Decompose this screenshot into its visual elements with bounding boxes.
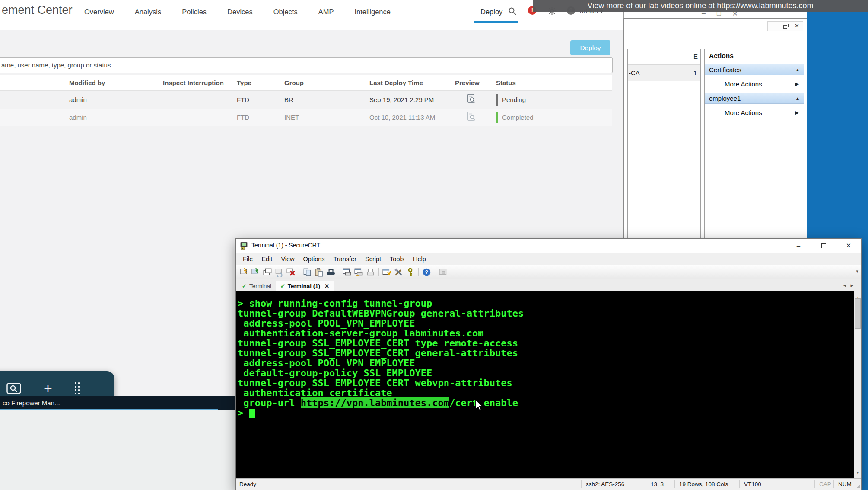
column-header-inspect-interruption[interactable]: Inspect Interruption bbox=[163, 79, 237, 86]
paste-icon[interactable] bbox=[313, 267, 325, 277]
terminal-statusbar: Readyssh2: AES-25613, 319 Rows, 108 Cols… bbox=[236, 478, 861, 490]
terminal-line: authentication certificate bbox=[238, 388, 852, 398]
terminal-titlebar[interactable]: Terminal (1) - SecureCRT – ✕ bbox=[236, 239, 861, 253]
menu-view[interactable]: View bbox=[277, 256, 299, 263]
more-actions-label: More Actions bbox=[725, 80, 762, 88]
menu-transfer[interactable]: Transfer bbox=[329, 256, 361, 263]
nav-analysis[interactable]: Analysis bbox=[135, 8, 161, 16]
nav-intelligence[interactable]: Intelligence bbox=[354, 8, 390, 16]
locked-icon[interactable] bbox=[437, 267, 449, 277]
deployment-table: Modified byInspect InterruptionTypeGroup… bbox=[0, 75, 612, 126]
column-header-status[interactable]: Status bbox=[496, 79, 612, 86]
nav-overview[interactable]: Overview bbox=[84, 8, 114, 16]
submenu-arrow-icon: ▶ bbox=[795, 110, 799, 115]
scrollbar-thumb[interactable] bbox=[855, 298, 861, 329]
more-actions-label: More Actions bbox=[725, 109, 762, 116]
reconnect-icon[interactable] bbox=[273, 267, 285, 277]
terminal-line: address-pool POOL_VPN_EMPLOYEE bbox=[238, 318, 852, 328]
terminal-screen[interactable]: ▲ ▼ > show running-config tunnel-grouptu… bbox=[236, 291, 861, 479]
toolbar-separator bbox=[418, 268, 419, 276]
resize-grip[interactable] bbox=[854, 479, 861, 490]
terminal-tabbar: ✔Terminal✔Terminal (1)✕◂▸ bbox=[236, 279, 861, 291]
cell-type: FTD bbox=[237, 114, 284, 121]
terminal-menubar: FileEditViewOptionsTransferScriptToolsHe… bbox=[236, 253, 861, 265]
deploy-button[interactable]: Deploy bbox=[570, 40, 610, 55]
terminal-line: default-group-policy SSL_EMPLOYEE bbox=[238, 368, 852, 378]
menu-edit[interactable]: Edit bbox=[257, 256, 277, 263]
status-color-bar bbox=[496, 112, 498, 123]
nav-objects[interactable]: Objects bbox=[273, 8, 298, 16]
mmc-minimize-button[interactable]: – bbox=[768, 22, 779, 31]
toolbar-separator bbox=[378, 268, 379, 276]
browser-tab-firepower[interactable]: co Firepower Man... bbox=[0, 396, 218, 410]
find-icon[interactable] bbox=[325, 267, 337, 277]
column-header-group[interactable]: Group bbox=[284, 79, 369, 86]
nav-policies[interactable]: Policies bbox=[182, 8, 207, 16]
terminal-cursor bbox=[249, 409, 255, 418]
highlighted-url: https://vpn.labminutes.com bbox=[301, 397, 449, 408]
terminal-line: group-url https://vpn.labminutes.com/cer… bbox=[238, 398, 852, 408]
fmc-page-title: ement Center bbox=[2, 3, 73, 17]
print-setup-icon[interactable] bbox=[353, 267, 365, 277]
certificate-row[interactable]: -CA 1 bbox=[628, 65, 700, 81]
search-icon[interactable] bbox=[508, 7, 517, 16]
actions-section-employee1[interactable]: employee1▲ bbox=[705, 93, 804, 104]
cell-last-deploy-time: Sep 19, 2021 2:29 PM bbox=[369, 96, 455, 103]
global-options-icon[interactable] bbox=[393, 267, 404, 277]
more-actions-item[interactable]: More Actions▶ bbox=[705, 78, 804, 90]
terminal-tab-terminal[interactable]: ✔Terminal bbox=[238, 281, 276, 291]
menu-help[interactable]: Help bbox=[409, 256, 430, 263]
quick-connect-icon[interactable] bbox=[238, 267, 250, 277]
keymap-icon[interactable] bbox=[404, 267, 416, 277]
column-header-preview[interactable]: Preview bbox=[455, 79, 496, 86]
preview-icon[interactable] bbox=[455, 112, 496, 123]
plus-icon[interactable]: + bbox=[44, 382, 52, 395]
grid-icon[interactable] bbox=[75, 382, 80, 394]
table-row[interactable]: adminFTDINETOct 10, 2021 11:13 AMComplet… bbox=[0, 109, 612, 126]
desktop-background: ement Center OverviewAnalysisPoliciesDev… bbox=[0, 0, 868, 490]
deploy-active-underline bbox=[474, 21, 518, 23]
actions-section-certificates[interactable]: Certificates▲ bbox=[705, 64, 804, 75]
menu-options[interactable]: Options bbox=[299, 256, 329, 263]
help-icon[interactable]: ? bbox=[421, 267, 432, 277]
tab-scroll-arrows[interactable]: ◂▸ bbox=[843, 282, 858, 288]
tab-close-icon[interactable]: ✕ bbox=[324, 283, 329, 289]
terminal-tab-terminal-1-[interactable]: ✔Terminal (1)✕ bbox=[276, 281, 334, 291]
menu-file[interactable]: File bbox=[238, 256, 257, 263]
terminal-scrollbar[interactable]: ▲ ▼ bbox=[854, 291, 861, 479]
status-cell-blank bbox=[773, 480, 814, 488]
maximize-button[interactable] bbox=[811, 239, 836, 253]
table-row[interactable]: adminFTDBRSep 19, 2021 2:29 PMPending bbox=[0, 91, 612, 109]
print-preview-icon[interactable] bbox=[341, 267, 353, 277]
print-icon[interactable] bbox=[365, 267, 376, 277]
mmc-close-button[interactable]: ✕ bbox=[791, 22, 803, 31]
certificate-list-header[interactable]: E bbox=[628, 49, 700, 65]
securecrt-app-icon bbox=[240, 242, 248, 250]
column-header-modified-by[interactable]: Modified by bbox=[69, 79, 163, 86]
more-actions-item[interactable]: More Actions▶ bbox=[705, 107, 804, 118]
minimize-button[interactable]: – bbox=[786, 239, 811, 253]
column-header-type[interactable]: Type bbox=[237, 79, 284, 86]
close-button[interactable]: ✕ bbox=[836, 239, 861, 253]
nav-amp[interactable]: AMP bbox=[318, 8, 334, 16]
terminal-window-controls: – ✕ bbox=[786, 239, 861, 253]
cell-group: INET bbox=[284, 114, 369, 121]
toolbar-separator bbox=[339, 268, 339, 276]
column-header-last-deploy-time[interactable]: Last Deploy Time bbox=[369, 79, 455, 86]
preview-icon[interactable] bbox=[455, 94, 496, 106]
nav-deploy[interactable]: Deploy bbox=[480, 8, 502, 16]
scroll-down-icon[interactable]: ▼ bbox=[854, 468, 861, 478]
disconnect-icon[interactable] bbox=[285, 267, 297, 277]
toolbar-overflow-icon[interactable]: ▾ bbox=[856, 269, 858, 274]
nav-devices[interactable]: Devices bbox=[227, 8, 253, 16]
mmc-restore-button[interactable] bbox=[779, 22, 791, 31]
screenshot-icon[interactable] bbox=[6, 383, 21, 394]
copy-icon[interactable] bbox=[302, 267, 313, 277]
connect-icon[interactable] bbox=[250, 267, 262, 277]
connect-tab-icon[interactable] bbox=[262, 267, 273, 277]
session-options-icon[interactable] bbox=[381, 267, 393, 277]
menu-tools[interactable]: Tools bbox=[385, 256, 409, 263]
deployment-filter-input[interactable]: ame, user name, type, group or status bbox=[0, 57, 613, 73]
cell-modified-by: admin bbox=[69, 114, 163, 121]
menu-script[interactable]: Script bbox=[361, 256, 385, 263]
